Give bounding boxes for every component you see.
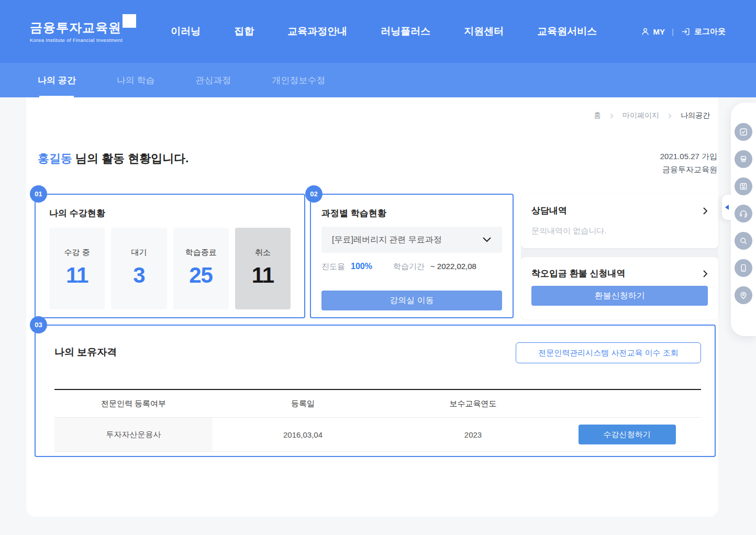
nav-item-services[interactable]: 교육원서비스	[537, 25, 597, 38]
course-progress-card: 02 과정별 학습현황 [무료]레버리지 관련 무료과정 진도율 100% 학습…	[310, 194, 514, 318]
consult-title: 상담내역	[531, 205, 567, 217]
tab-interest-courses[interactable]: 관심과정	[195, 63, 231, 97]
chevron-right-icon	[703, 207, 708, 215]
stat-value: 25	[173, 263, 229, 288]
my-page-link[interactable]: MY	[641, 27, 665, 36]
save-icon[interactable]	[735, 177, 752, 195]
consult-history-card: 상담내역 문의내역이 없습니다.	[521, 194, 718, 248]
breadcrumb-home[interactable]: 홈	[594, 111, 601, 120]
main-panel: 홈 마이페이지 나의공간 홍길동 님의 활동 현황입니다. 2021.05.27…	[26, 97, 718, 517]
consult-empty-message: 문의내역이 없습니다.	[531, 226, 708, 236]
mypage-subnav: 나의 공간 나의 학습 관심과정 개인정보수정	[0, 63, 756, 97]
chevron-right-icon	[609, 113, 614, 119]
refund-apply-button[interactable]: 환불신청하기	[531, 286, 708, 306]
stat-value: 11	[49, 263, 105, 288]
divider: |	[672, 27, 674, 36]
nav-item-offline[interactable]: 집합	[234, 25, 254, 38]
col-header-reg-date: 등록일	[213, 390, 393, 417]
stat-label: 학습종료	[173, 248, 229, 258]
stat-label: 취소	[235, 248, 291, 258]
qualification-table: 전문인력 등록여부 등록일 보수교육연도 투자자산운용사 2016,03,04 …	[54, 389, 701, 452]
qualification-card: 03 나의 보유자격 전문인력관리시스템 사전교육 이수 조회 전문인력 등록여…	[35, 325, 716, 457]
card-badge-02: 02	[305, 185, 323, 203]
cell-training-year: 2023	[393, 418, 553, 451]
logout-link[interactable]: 로그아웃	[681, 27, 726, 37]
table-row: 투자자산운용사 2016,03,04 2023 수강신청하기	[54, 417, 701, 452]
course-select-dropdown[interactable]: [무료]레버리지 관련 무료과정	[321, 227, 502, 253]
classroom-move-button[interactable]: 강의실 이동	[321, 291, 502, 310]
tab-my-learning[interactable]: 나의 학습	[117, 63, 155, 97]
card-badge-01: 01	[30, 185, 47, 203]
logo-title: 금융투자교육원	[30, 20, 121, 35]
chevron-right-icon	[668, 113, 672, 119]
stat-label: 수강 중	[49, 248, 105, 258]
nav-item-elearning[interactable]: 이러닝	[171, 25, 201, 38]
enrollment-card-title: 나의 수강현황	[49, 207, 291, 219]
stat-completed[interactable]: 학습종료 25	[173, 228, 229, 309]
col-header-training-year: 보수교육연도	[393, 390, 553, 417]
my-label: MY	[653, 27, 665, 36]
quick-toolbar	[731, 103, 756, 336]
checklist-icon[interactable]	[735, 123, 752, 141]
logout-label: 로그아웃	[694, 27, 726, 37]
location-icon[interactable]	[735, 286, 752, 304]
page-content: 홈 마이페이지 나의공간 홍길동 님의 활동 현황입니다. 2021.05.27…	[0, 97, 756, 535]
course-card-title: 과정별 학습현황	[321, 207, 502, 219]
cell-qualification-name: 투자자산운용사	[54, 418, 213, 451]
greeting-heading: 홍길동 님의 활동 현황입니다.	[38, 151, 188, 166]
col-header-registration: 전문인력 등록여부	[54, 390, 213, 417]
enrollment-status-card: 01 나의 수강현황 수강 중 11 대기 3 학습종료 25 취소 11	[35, 194, 305, 318]
membership-org: 금융투자교육원	[660, 163, 717, 176]
consult-history-link[interactable]: 상담내역	[531, 205, 708, 217]
stat-in-progress[interactable]: 수강 중 11	[49, 228, 105, 309]
refund-history-link[interactable]: 착오입금 환불 신청내역	[531, 268, 708, 280]
refund-request-card: 착오입금 환불 신청내역 환불신청하기	[521, 257, 718, 319]
stat-value: 3	[111, 263, 166, 288]
course-progress-row: 진도율 100% 학습기간 ~ 2022,02,08	[321, 262, 502, 272]
cell-action: 수강신청하기	[553, 418, 701, 451]
tab-my-space[interactable]: 나의 공간	[38, 63, 76, 97]
user-area: MY | 로그아웃	[641, 27, 726, 37]
printer-icon[interactable]	[735, 150, 752, 168]
membership-info: 2021.05.27 가입 금융투자교육원	[660, 150, 717, 176]
nav-item-course-guide[interactable]: 교육과정안내	[287, 25, 347, 38]
breadcrumb-mypage[interactable]: 마이페이지	[622, 111, 659, 120]
headset-icon[interactable]	[735, 205, 752, 222]
period-label: 학습기간	[393, 262, 425, 272]
col-header-action	[553, 390, 701, 417]
selected-course: [무료]레버리지 관련 무료과정	[332, 235, 442, 246]
logo-square-mark	[123, 14, 136, 28]
enrollment-stats: 수강 중 11 대기 3 학습종료 25 취소 11	[49, 228, 291, 309]
enroll-apply-button[interactable]: 수강신청하기	[579, 425, 676, 444]
toolbar-collapse-tab[interactable]	[722, 195, 731, 220]
greeting-message: 님의 활동 현황입니다.	[72, 152, 188, 165]
breadcrumb-my-space: 나의공간	[681, 111, 710, 120]
nav-item-learning-plus[interactable]: 러닝플러스	[381, 25, 430, 38]
period-value: ~ 2022,02,08	[430, 262, 476, 271]
pretraining-lookup-button[interactable]: 전문인력관리시스템 사전교육 이수 조회	[516, 342, 701, 363]
logout-icon	[681, 27, 691, 37]
logo-subtitle: Korea Institute of Financial Investment	[30, 37, 123, 43]
card-badge-03: 03	[30, 316, 47, 333]
tab-edit-profile[interactable]: 개인정보수정	[272, 63, 325, 97]
global-nav: 이러닝 집합 교육과정안내 러닝플러스 지원센터 교육원서비스	[171, 25, 597, 38]
user-name: 홍길동	[38, 152, 72, 165]
stat-waiting[interactable]: 대기 3	[111, 228, 166, 309]
joined-date: 2021.05.27 가입	[660, 150, 717, 163]
progress-value: 100%	[351, 262, 372, 271]
qualification-title: 나의 보유자격	[54, 345, 117, 359]
nav-item-support-center[interactable]: 지원센터	[464, 25, 504, 38]
stat-label: 대기	[111, 248, 166, 258]
refund-title: 착오입금 환불 신청내역	[531, 268, 625, 280]
mobile-icon[interactable]	[735, 259, 752, 277]
stat-cancelled[interactable]: 취소 11	[235, 228, 291, 309]
progress-label: 진도율	[321, 262, 345, 272]
chevron-right-icon	[703, 270, 708, 278]
chevron-down-icon	[482, 237, 492, 243]
breadcrumb: 홈 마이페이지 나의공간	[594, 111, 710, 120]
cell-reg-date: 2016,03,04	[213, 418, 393, 451]
main-header: 금융투자교육원 Korea Institute of Financial Inv…	[0, 0, 756, 63]
table-header-row: 전문인력 등록여부 등록일 보수교육연도	[54, 389, 701, 417]
site-logo[interactable]: 금융투자교육원 Korea Institute of Financial Inv…	[30, 20, 123, 43]
search-icon[interactable]	[735, 232, 752, 250]
